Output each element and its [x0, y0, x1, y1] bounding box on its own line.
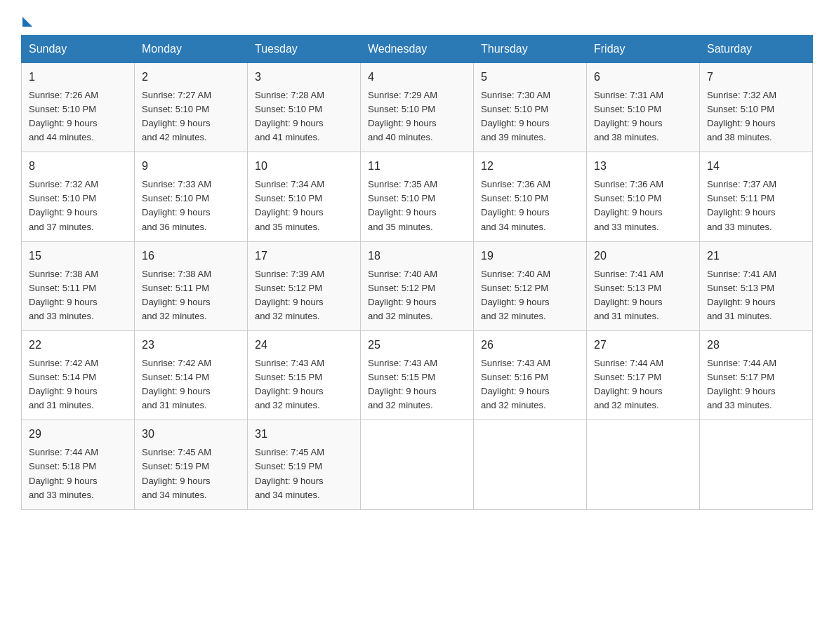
calendar-cell: 15Sunrise: 7:38 AMSunset: 5:11 PMDayligh…: [22, 241, 135, 330]
calendar-cell: 21Sunrise: 7:41 AMSunset: 5:13 PMDayligh…: [700, 241, 813, 330]
day-number: 17: [255, 248, 353, 265]
calendar-header-thursday: Thursday: [474, 36, 587, 63]
day-number: 13: [594, 158, 692, 175]
day-number: 2: [142, 69, 240, 86]
day-number: 28: [707, 337, 805, 354]
calendar-cell: 7Sunrise: 7:32 AMSunset: 5:10 PMDaylight…: [700, 63, 813, 152]
calendar-cell: 10Sunrise: 7:34 AMSunset: 5:10 PMDayligh…: [248, 152, 361, 241]
day-number: 24: [255, 337, 353, 354]
calendar-header-wednesday: Wednesday: [361, 36, 474, 63]
day-info: Sunrise: 7:44 AMSunset: 5:18 PMDaylight:…: [29, 447, 98, 499]
calendar-cell: 23Sunrise: 7:42 AMSunset: 5:14 PMDayligh…: [135, 331, 248, 420]
day-info: Sunrise: 7:31 AMSunset: 5:10 PMDaylight:…: [594, 90, 663, 142]
day-info: Sunrise: 7:27 AMSunset: 5:10 PMDaylight:…: [142, 90, 211, 142]
calendar-cell: 30Sunrise: 7:45 AMSunset: 5:19 PMDayligh…: [135, 420, 248, 509]
calendar-cell: 28Sunrise: 7:44 AMSunset: 5:17 PMDayligh…: [700, 331, 813, 420]
calendar-header-sunday: Sunday: [22, 36, 135, 63]
calendar-week-row: 15Sunrise: 7:38 AMSunset: 5:11 PMDayligh…: [22, 241, 813, 330]
day-number: 31: [255, 426, 353, 443]
calendar-cell: 26Sunrise: 7:43 AMSunset: 5:16 PMDayligh…: [474, 331, 587, 420]
day-info: Sunrise: 7:43 AMSunset: 5:16 PMDaylight:…: [481, 358, 550, 410]
calendar-cell: 9Sunrise: 7:33 AMSunset: 5:10 PMDaylight…: [135, 152, 248, 241]
day-number: 12: [481, 158, 579, 175]
day-info: Sunrise: 7:42 AMSunset: 5:14 PMDaylight:…: [29, 358, 98, 410]
day-info: Sunrise: 7:45 AMSunset: 5:19 PMDaylight:…: [142, 447, 211, 499]
calendar-header-friday: Friday: [587, 36, 700, 63]
calendar-header-saturday: Saturday: [700, 36, 813, 63]
calendar-week-row: 29Sunrise: 7:44 AMSunset: 5:18 PMDayligh…: [22, 420, 813, 509]
day-number: 19: [481, 248, 579, 265]
calendar-cell: 1Sunrise: 7:26 AMSunset: 5:10 PMDaylight…: [22, 63, 135, 152]
calendar-cell: [474, 420, 587, 509]
calendar-cell: 17Sunrise: 7:39 AMSunset: 5:12 PMDayligh…: [248, 241, 361, 330]
day-info: Sunrise: 7:43 AMSunset: 5:15 PMDaylight:…: [255, 358, 324, 410]
day-number: 7: [707, 69, 805, 86]
day-number: 8: [29, 158, 127, 175]
day-number: 3: [255, 69, 353, 86]
day-info: Sunrise: 7:38 AMSunset: 5:11 PMDaylight:…: [142, 269, 211, 321]
day-number: 10: [255, 158, 353, 175]
calendar-cell: 4Sunrise: 7:29 AMSunset: 5:10 PMDaylight…: [361, 63, 474, 152]
day-number: 4: [368, 69, 466, 86]
day-info: Sunrise: 7:36 AMSunset: 5:10 PMDaylight:…: [594, 179, 663, 232]
day-number: 5: [481, 69, 579, 86]
calendar-cell: 6Sunrise: 7:31 AMSunset: 5:10 PMDaylight…: [587, 63, 700, 152]
calendar-cell: 19Sunrise: 7:40 AMSunset: 5:12 PMDayligh…: [474, 241, 587, 330]
day-info: Sunrise: 7:32 AMSunset: 5:10 PMDaylight:…: [29, 179, 98, 232]
calendar-cell: 14Sunrise: 7:37 AMSunset: 5:11 PMDayligh…: [700, 152, 813, 241]
day-number: 6: [594, 69, 692, 86]
day-info: Sunrise: 7:28 AMSunset: 5:10 PMDaylight:…: [255, 90, 324, 142]
day-number: 25: [368, 337, 466, 354]
page-header: [21, 14, 813, 24]
calendar-cell: [361, 420, 474, 509]
day-info: Sunrise: 7:32 AMSunset: 5:10 PMDaylight:…: [707, 90, 776, 142]
calendar-week-row: 8Sunrise: 7:32 AMSunset: 5:10 PMDaylight…: [22, 152, 813, 241]
calendar-cell: 13Sunrise: 7:36 AMSunset: 5:10 PMDayligh…: [587, 152, 700, 241]
calendar-week-row: 1Sunrise: 7:26 AMSunset: 5:10 PMDaylight…: [22, 63, 813, 152]
day-info: Sunrise: 7:41 AMSunset: 5:13 PMDaylight:…: [594, 269, 663, 321]
day-info: Sunrise: 7:42 AMSunset: 5:14 PMDaylight:…: [142, 358, 211, 410]
day-number: 15: [29, 248, 127, 265]
calendar-cell: 27Sunrise: 7:44 AMSunset: 5:17 PMDayligh…: [587, 331, 700, 420]
calendar-cell: 24Sunrise: 7:43 AMSunset: 5:15 PMDayligh…: [248, 331, 361, 420]
day-info: Sunrise: 7:40 AMSunset: 5:12 PMDaylight:…: [368, 269, 437, 321]
calendar-cell: 11Sunrise: 7:35 AMSunset: 5:10 PMDayligh…: [361, 152, 474, 241]
day-number: 26: [481, 337, 579, 354]
day-number: 20: [594, 248, 692, 265]
day-info: Sunrise: 7:35 AMSunset: 5:10 PMDaylight:…: [368, 179, 437, 232]
calendar-cell: 16Sunrise: 7:38 AMSunset: 5:11 PMDayligh…: [135, 241, 248, 330]
calendar-header-monday: Monday: [135, 36, 248, 63]
logo: [21, 14, 32, 24]
calendar-cell: 29Sunrise: 7:44 AMSunset: 5:18 PMDayligh…: [22, 420, 135, 509]
day-info: Sunrise: 7:41 AMSunset: 5:13 PMDaylight:…: [707, 269, 776, 321]
day-number: 27: [594, 337, 692, 354]
calendar-cell: 31Sunrise: 7:45 AMSunset: 5:19 PMDayligh…: [248, 420, 361, 509]
calendar-cell: 8Sunrise: 7:32 AMSunset: 5:10 PMDaylight…: [22, 152, 135, 241]
day-number: 16: [142, 248, 240, 265]
day-info: Sunrise: 7:37 AMSunset: 5:11 PMDaylight:…: [707, 179, 776, 232]
calendar-header-tuesday: Tuesday: [248, 36, 361, 63]
day-info: Sunrise: 7:38 AMSunset: 5:11 PMDaylight:…: [29, 269, 98, 321]
day-info: Sunrise: 7:45 AMSunset: 5:19 PMDaylight:…: [255, 447, 324, 499]
day-number: 11: [368, 158, 466, 175]
logo-arrow-icon: [22, 17, 32, 27]
calendar-cell: 3Sunrise: 7:28 AMSunset: 5:10 PMDaylight…: [248, 63, 361, 152]
day-number: 22: [29, 337, 127, 354]
calendar-cell: 18Sunrise: 7:40 AMSunset: 5:12 PMDayligh…: [361, 241, 474, 330]
calendar-cell: 5Sunrise: 7:30 AMSunset: 5:10 PMDaylight…: [474, 63, 587, 152]
day-info: Sunrise: 7:44 AMSunset: 5:17 PMDaylight:…: [594, 358, 663, 410]
day-info: Sunrise: 7:30 AMSunset: 5:10 PMDaylight:…: [481, 90, 550, 142]
calendar-table: SundayMondayTuesdayWednesdayThursdayFrid…: [21, 35, 813, 510]
day-number: 9: [142, 158, 240, 175]
calendar-cell: [700, 420, 813, 509]
day-number: 23: [142, 337, 240, 354]
day-number: 21: [707, 248, 805, 265]
day-info: Sunrise: 7:29 AMSunset: 5:10 PMDaylight:…: [368, 90, 437, 142]
day-info: Sunrise: 7:43 AMSunset: 5:15 PMDaylight:…: [368, 358, 437, 410]
day-info: Sunrise: 7:33 AMSunset: 5:10 PMDaylight:…: [142, 179, 211, 232]
day-number: 29: [29, 426, 127, 443]
day-info: Sunrise: 7:39 AMSunset: 5:12 PMDaylight:…: [255, 269, 324, 321]
calendar-week-row: 22Sunrise: 7:42 AMSunset: 5:14 PMDayligh…: [22, 331, 813, 420]
day-info: Sunrise: 7:34 AMSunset: 5:10 PMDaylight:…: [255, 179, 324, 232]
calendar-cell: [587, 420, 700, 509]
